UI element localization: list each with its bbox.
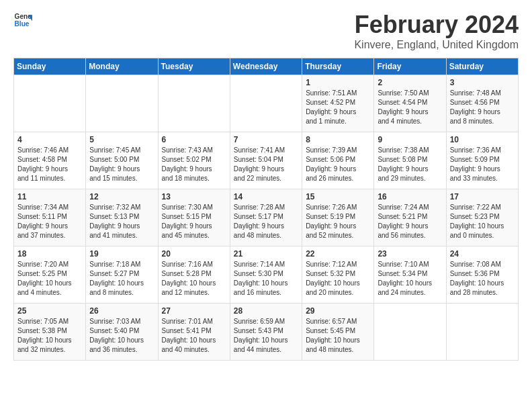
- calendar-cell: 11Sunrise: 7:34 AM Sunset: 5:11 PM Dayli…: [14, 189, 86, 246]
- day-number: 7: [234, 135, 298, 144]
- day-info: Sunrise: 7:20 AM Sunset: 5:25 PM Dayligh…: [17, 260, 82, 298]
- day-info: Sunrise: 7:01 AM Sunset: 5:41 PM Dayligh…: [162, 317, 226, 355]
- calendar-cell: [374, 304, 446, 361]
- calendar-cell: 19Sunrise: 7:18 AM Sunset: 5:27 PM Dayli…: [86, 246, 158, 304]
- day-info: Sunrise: 7:46 AM Sunset: 4:58 PM Dayligh…: [17, 146, 82, 183]
- day-info: Sunrise: 7:36 AM Sunset: 5:09 PM Dayligh…: [450, 146, 515, 183]
- calendar-week: 11Sunrise: 7:34 AM Sunset: 5:11 PM Dayli…: [14, 189, 519, 246]
- calendar-cell: 17Sunrise: 7:22 AM Sunset: 5:23 PM Dayli…: [446, 189, 518, 246]
- day-info: Sunrise: 7:51 AM Sunset: 4:52 PM Dayligh…: [306, 89, 370, 126]
- day-number: 17: [450, 192, 515, 201]
- day-info: Sunrise: 7:18 AM Sunset: 5:27 PM Dayligh…: [89, 260, 154, 298]
- calendar-cell: [14, 75, 86, 132]
- day-number: 15: [306, 192, 370, 201]
- day-info: Sunrise: 7:41 AM Sunset: 5:04 PM Dayligh…: [234, 146, 298, 183]
- title-block: February 2024 Kinvere, England, United K…: [354, 11, 519, 51]
- day-info: Sunrise: 6:57 AM Sunset: 5:45 PM Dayligh…: [306, 317, 370, 355]
- day-number: 24: [450, 249, 515, 259]
- day-number: 6: [162, 135, 226, 144]
- day-info: Sunrise: 7:34 AM Sunset: 5:11 PM Dayligh…: [17, 203, 82, 240]
- calendar-cell: 8Sunrise: 7:39 AM Sunset: 5:06 PM Daylig…: [302, 132, 374, 189]
- calendar-cell: 5Sunrise: 7:45 AM Sunset: 5:00 PM Daylig…: [86, 132, 158, 189]
- day-number: 12: [89, 192, 154, 201]
- day-number: 9: [378, 135, 442, 144]
- day-number: 13: [162, 192, 226, 201]
- calendar-cell: 18Sunrise: 7:20 AM Sunset: 5:25 PM Dayli…: [14, 246, 86, 304]
- day-info: Sunrise: 6:59 AM Sunset: 5:43 PM Dayligh…: [234, 317, 298, 355]
- day-info: Sunrise: 7:16 AM Sunset: 5:28 PM Dayligh…: [162, 260, 226, 298]
- calendar-cell: [446, 304, 518, 361]
- day-number: 29: [306, 306, 370, 316]
- calendar-cell: 16Sunrise: 7:24 AM Sunset: 5:21 PM Dayli…: [374, 189, 446, 246]
- calendar-cell: 12Sunrise: 7:32 AM Sunset: 5:13 PM Dayli…: [86, 189, 158, 246]
- day-info: Sunrise: 7:30 AM Sunset: 5:15 PM Dayligh…: [162, 203, 226, 240]
- day-number: 27: [162, 306, 226, 316]
- calendar-cell: 9Sunrise: 7:38 AM Sunset: 5:08 PM Daylig…: [374, 132, 446, 189]
- day-info: Sunrise: 7:22 AM Sunset: 5:23 PM Dayligh…: [450, 203, 515, 240]
- weekday-cell: Sunday: [14, 58, 86, 75]
- weekday-cell: Saturday: [446, 58, 518, 75]
- day-info: Sunrise: 7:45 AM Sunset: 5:00 PM Dayligh…: [89, 146, 154, 183]
- calendar-cell: 13Sunrise: 7:30 AM Sunset: 5:15 PM Dayli…: [158, 189, 230, 246]
- calendar-cell: 4Sunrise: 7:46 AM Sunset: 4:58 PM Daylig…: [14, 132, 86, 189]
- calendar-cell: 20Sunrise: 7:16 AM Sunset: 5:28 PM Dayli…: [158, 246, 230, 304]
- calendar-cell: 10Sunrise: 7:36 AM Sunset: 5:09 PM Dayli…: [446, 132, 518, 189]
- day-number: 5: [89, 135, 154, 144]
- day-info: Sunrise: 7:24 AM Sunset: 5:21 PM Dayligh…: [378, 203, 442, 240]
- svg-text:Blue: Blue: [15, 20, 30, 28]
- calendar-cell: 3Sunrise: 7:48 AM Sunset: 4:56 PM Daylig…: [446, 75, 518, 132]
- day-info: Sunrise: 7:10 AM Sunset: 5:34 PM Dayligh…: [378, 260, 442, 298]
- day-number: 19: [89, 249, 154, 259]
- day-info: Sunrise: 7:26 AM Sunset: 5:19 PM Dayligh…: [306, 203, 370, 240]
- day-number: 1: [306, 78, 370, 87]
- calendar-cell: 1Sunrise: 7:51 AM Sunset: 4:52 PM Daylig…: [302, 75, 374, 132]
- calendar-cell: 28Sunrise: 6:59 AM Sunset: 5:43 PM Dayli…: [230, 304, 302, 361]
- day-number: 8: [306, 135, 370, 144]
- day-number: 3: [450, 78, 515, 87]
- calendar-cell: 14Sunrise: 7:28 AM Sunset: 5:17 PM Dayli…: [230, 189, 302, 246]
- day-number: 21: [234, 249, 298, 259]
- calendar-cell: 29Sunrise: 6:57 AM Sunset: 5:45 PM Dayli…: [302, 304, 374, 361]
- calendar-cell: 27Sunrise: 7:01 AM Sunset: 5:41 PM Dayli…: [158, 304, 230, 361]
- calendar-cell: 2Sunrise: 7:50 AM Sunset: 4:54 PM Daylig…: [374, 75, 446, 132]
- day-info: Sunrise: 7:08 AM Sunset: 5:36 PM Dayligh…: [450, 260, 515, 298]
- day-number: 10: [450, 135, 515, 144]
- day-number: 25: [17, 306, 82, 316]
- day-number: 16: [378, 192, 442, 201]
- day-number: 23: [378, 249, 442, 259]
- weekday-cell: Friday: [374, 58, 446, 75]
- calendar-cell: [158, 75, 230, 132]
- header: General Blue February 2024 Kinvere, Engl…: [13, 11, 519, 51]
- day-number: 2: [378, 78, 442, 87]
- calendar-week: 18Sunrise: 7:20 AM Sunset: 5:25 PM Dayli…: [14, 246, 519, 304]
- day-number: 26: [89, 306, 154, 316]
- day-info: Sunrise: 7:32 AM Sunset: 5:13 PM Dayligh…: [89, 203, 154, 240]
- day-info: Sunrise: 7:03 AM Sunset: 5:40 PM Dayligh…: [89, 317, 154, 355]
- day-number: 22: [306, 249, 370, 259]
- day-info: Sunrise: 7:12 AM Sunset: 5:32 PM Dayligh…: [306, 260, 370, 298]
- month-title: February 2024: [354, 11, 519, 39]
- calendar-week: 1Sunrise: 7:51 AM Sunset: 4:52 PM Daylig…: [14, 75, 519, 132]
- calendar-week: 4Sunrise: 7:46 AM Sunset: 4:58 PM Daylig…: [14, 132, 519, 189]
- logo-icon: General Blue: [13, 11, 32, 30]
- weekday-cell: Tuesday: [158, 58, 230, 75]
- day-info: Sunrise: 7:39 AM Sunset: 5:06 PM Dayligh…: [306, 146, 370, 183]
- weekday-cell: Monday: [86, 58, 158, 75]
- day-number: 4: [17, 135, 82, 144]
- day-info: Sunrise: 7:43 AM Sunset: 5:02 PM Dayligh…: [162, 146, 226, 183]
- day-info: Sunrise: 7:14 AM Sunset: 5:30 PM Dayligh…: [234, 260, 298, 298]
- calendar-cell: 15Sunrise: 7:26 AM Sunset: 5:19 PM Dayli…: [302, 189, 374, 246]
- logo: General Blue: [13, 11, 32, 30]
- calendar-cell: [86, 75, 158, 132]
- calendar-week: 25Sunrise: 7:05 AM Sunset: 5:38 PM Dayli…: [14, 304, 519, 361]
- calendar-cell: 21Sunrise: 7:14 AM Sunset: 5:30 PM Dayli…: [230, 246, 302, 304]
- calendar-table: SundayMondayTuesdayWednesdayThursdayFrid…: [13, 58, 519, 361]
- weekday-cell: Wednesday: [230, 58, 302, 75]
- location-title: Kinvere, England, United Kingdom: [354, 39, 519, 51]
- day-number: 20: [162, 249, 226, 259]
- day-info: Sunrise: 7:05 AM Sunset: 5:38 PM Dayligh…: [17, 317, 82, 355]
- weekday-cell: Thursday: [302, 58, 374, 75]
- day-info: Sunrise: 7:48 AM Sunset: 4:56 PM Dayligh…: [450, 89, 515, 126]
- day-info: Sunrise: 7:28 AM Sunset: 5:17 PM Dayligh…: [234, 203, 298, 240]
- calendar-cell: 23Sunrise: 7:10 AM Sunset: 5:34 PM Dayli…: [374, 246, 446, 304]
